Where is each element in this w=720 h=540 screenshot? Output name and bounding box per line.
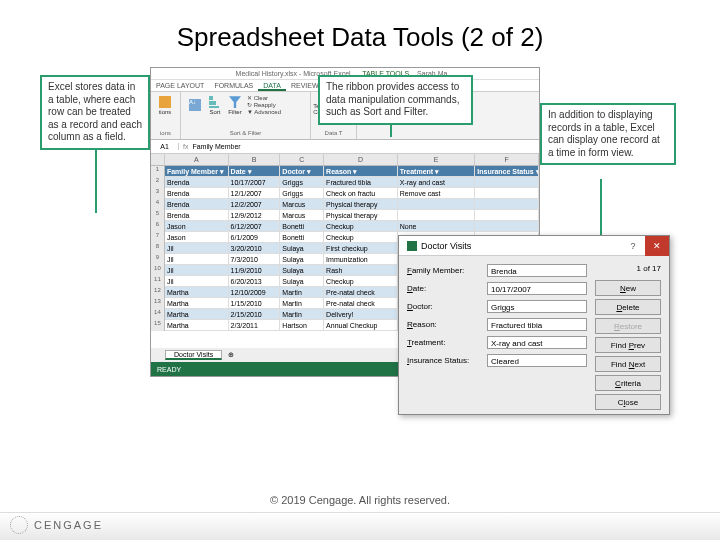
cell[interactable]: Martin <box>280 287 324 298</box>
cell[interactable]: Sulaya <box>280 276 324 287</box>
cell[interactable]: 6/12/2007 <box>229 221 281 232</box>
advanced-filter[interactable]: ▼ Advanced <box>247 109 281 116</box>
cell[interactable]: 11/9/2010 <box>229 265 281 276</box>
col-header[interactable]: E <box>398 154 476 165</box>
name-box[interactable]: A1 <box>151 143 179 150</box>
cell[interactable] <box>475 210 539 221</box>
sort-az-icon[interactable]: A↓ <box>187 96 203 116</box>
table-row[interactable]: 6Jason6/12/2007BonettiCheckupNone <box>151 221 539 232</box>
table-header[interactable]: Reason ▾ <box>324 166 398 177</box>
cell[interactable]: Martha <box>165 320 229 331</box>
table-row[interactable]: 2Brenda10/17/2007GriggsFractured tibiaX-… <box>151 177 539 188</box>
table-header[interactable]: Family Member ▾ <box>165 166 229 177</box>
form-input[interactable]: Cleared <box>487 354 587 367</box>
cell[interactable]: 12/10/2009 <box>229 287 281 298</box>
formula-value[interactable]: Family Member <box>192 143 240 150</box>
cell[interactable]: Fractured tibia <box>324 177 398 188</box>
cell[interactable]: Jason <box>165 221 229 232</box>
form-input[interactable]: 10/17/2007 <box>487 282 587 295</box>
cell[interactable] <box>475 221 539 232</box>
cell[interactable]: 12/2/2007 <box>229 199 281 210</box>
delete-button[interactable]: Delete <box>595 299 661 315</box>
cell[interactable]: Brenda <box>165 199 229 210</box>
col-header[interactable]: C <box>280 154 324 165</box>
cell[interactable]: Rash <box>324 265 398 276</box>
tab-page-layout[interactable]: PAGE LAYOUT <box>151 80 209 91</box>
cell[interactable] <box>398 210 476 221</box>
form-input[interactable]: Griggs <box>487 300 587 313</box>
cell[interactable]: Check on fractu <box>324 188 398 199</box>
cell[interactable]: 6/1/2009 <box>229 232 281 243</box>
cell[interactable]: Martha <box>165 298 229 309</box>
fx-icon[interactable]: fx <box>179 143 192 150</box>
col-header[interactable]: B <box>229 154 281 165</box>
col-header[interactable]: D <box>324 154 398 165</box>
cell[interactable]: Griggs <box>280 188 324 199</box>
cell[interactable]: X-ray and cast <box>398 177 476 188</box>
cell[interactable]: Jil <box>165 243 229 254</box>
cell[interactable]: Sulaya <box>280 265 324 276</box>
restore-button[interactable]: Restore <box>595 318 661 334</box>
criteria-button[interactable]: Criteria <box>595 375 661 391</box>
table-header[interactable]: Insurance Status ▾ <box>475 166 539 177</box>
cell[interactable]: Physical therapy <box>324 199 398 210</box>
cell[interactable]: Brenda <box>165 210 229 221</box>
table-row[interactable]: 3Brenda12/1/2007GriggsCheck on fractuRem… <box>151 188 539 199</box>
cell[interactable]: Bonetti <box>280 232 324 243</box>
sort-button[interactable]: Sort <box>207 96 223 116</box>
cell[interactable]: Brenda <box>165 188 229 199</box>
cell[interactable]: Checkup <box>324 232 398 243</box>
col-header[interactable]: F <box>475 154 539 165</box>
filter-button[interactable]: Filter <box>227 96 243 116</box>
cell[interactable]: 12/9/2012 <box>229 210 281 221</box>
cell[interactable]: Brenda <box>165 177 229 188</box>
cell[interactable]: Pre-natal check <box>324 287 398 298</box>
cell[interactable]: Hartson <box>280 320 324 331</box>
clear-filter[interactable]: ✕ Clear <box>247 95 281 102</box>
cell[interactable]: 3/20/2010 <box>229 243 281 254</box>
cell[interactable] <box>475 177 539 188</box>
cell[interactable]: Bonetti <box>280 221 324 232</box>
cell[interactable]: Sulaya <box>280 243 324 254</box>
cell[interactable]: 7/3/2010 <box>229 254 281 265</box>
cell[interactable]: Griggs <box>280 177 324 188</box>
cell[interactable]: First checkup <box>324 243 398 254</box>
cell[interactable]: Pre-natal check <box>324 298 398 309</box>
cell[interactable]: Marcus <box>280 199 324 210</box>
new-button[interactable]: New <box>595 280 661 296</box>
cell[interactable]: Martin <box>280 298 324 309</box>
col-header[interactable]: A <box>165 154 229 165</box>
table-row[interactable]: 5Brenda12/9/2012MarcusPhysical therapy <box>151 210 539 221</box>
close-button[interactable]: Close <box>595 394 661 410</box>
cell[interactable]: 2/3/2011 <box>229 320 281 331</box>
cell[interactable]: Jil <box>165 254 229 265</box>
new-sheet-icon[interactable]: ⊕ <box>228 351 234 359</box>
form-input[interactable]: Brenda <box>487 264 587 277</box>
cell[interactable]: Physical therapy <box>324 210 398 221</box>
table-row[interactable]: 4Brenda12/2/2007MarcusPhysical therapy <box>151 199 539 210</box>
table-header[interactable]: Treatment ▾ <box>398 166 476 177</box>
cell[interactable]: None <box>398 221 476 232</box>
cell[interactable]: 2/15/2010 <box>229 309 281 320</box>
form-input[interactable]: X-ray and cast <box>487 336 587 349</box>
tab-formulas[interactable]: FORMULAS <box>209 80 258 91</box>
tab-data[interactable]: DATA <box>258 80 286 91</box>
cell[interactable]: Jil <box>165 265 229 276</box>
find-next-button[interactable]: Find Next <box>595 356 661 372</box>
help-icon[interactable]: ? <box>621 236 645 256</box>
sheet-tab[interactable]: Doctor Visits <box>165 350 222 360</box>
cell[interactable]: Sulaya <box>280 254 324 265</box>
cell[interactable]: 10/17/2007 <box>229 177 281 188</box>
cell[interactable] <box>398 199 476 210</box>
connections-icon[interactable]: tions <box>157 95 173 115</box>
cell[interactable]: Martha <box>165 287 229 298</box>
cell[interactable] <box>475 199 539 210</box>
cell[interactable]: Martin <box>280 309 324 320</box>
cell[interactable]: Annual Checkup <box>324 320 398 331</box>
cell[interactable]: 6/20/2013 <box>229 276 281 287</box>
close-icon[interactable]: ✕ <box>645 236 669 256</box>
cell[interactable]: Checkup <box>324 276 398 287</box>
reapply-filter[interactable]: ↻ Reapply <box>247 102 281 109</box>
table-header[interactable]: Doctor ▾ <box>280 166 324 177</box>
cell[interactable]: Checkup <box>324 221 398 232</box>
